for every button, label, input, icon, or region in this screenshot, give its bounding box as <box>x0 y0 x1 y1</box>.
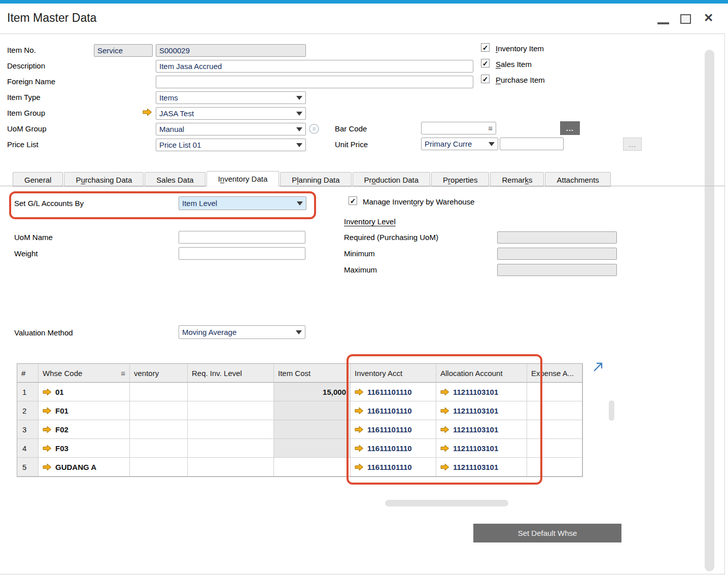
description-input[interactable]: Item Jasa Accrued <box>156 60 473 73</box>
tab-general[interactable]: General <box>13 172 63 187</box>
set-gl-accounts-select[interactable]: Item Level <box>179 196 306 210</box>
unit-price-ellipsis-button[interactable]: ... <box>623 138 642 151</box>
row-5-whse-code[interactable]: GUDANG A <box>39 458 130 476</box>
tab-planning-data[interactable]: Planning Data <box>280 172 351 187</box>
manage-inventory-checkbox[interactable]: ✓ <box>349 196 357 205</box>
tab-production-data[interactable]: Production Data <box>353 172 431 187</box>
minimize-button[interactable] <box>657 22 669 24</box>
row-4-expense-acct[interactable] <box>527 439 582 458</box>
row-5-expense-acct[interactable] <box>527 458 582 476</box>
tab-sales-data[interactable]: Sales Data <box>145 172 205 187</box>
column-header-item-cost[interactable]: Item Cost <box>274 364 351 383</box>
row-4-in-inventory[interactable] <box>130 439 188 458</box>
row-2-in-inventory[interactable] <box>130 401 188 420</box>
row-2-expense-acct[interactable] <box>527 401 582 420</box>
set-default-whse-button[interactable]: Set Default Whse <box>473 524 621 542</box>
expand-grid-icon[interactable] <box>593 361 604 372</box>
row-1-number[interactable]: 1 <box>17 383 39 401</box>
tab-inventory-data[interactable]: Inventory Data <box>206 171 280 187</box>
row-4-inventory-acct[interactable]: 11611101110 <box>351 439 436 458</box>
link-arrow-icon[interactable] <box>440 426 449 433</box>
item-group-link-arrow-icon[interactable] <box>143 108 152 116</box>
link-arrow-icon[interactable] <box>440 407 449 415</box>
foreign-name-input[interactable] <box>156 76 473 88</box>
valuation-method-select[interactable]: Moving Average <box>179 325 305 339</box>
row-2-number[interactable]: 2 <box>17 401 39 420</box>
column-header-req-inv-level[interactable]: Req. Inv. Level <box>188 364 274 383</box>
item-no-input[interactable]: S000029 <box>156 44 306 57</box>
row-3-allocation-account[interactable]: 11211103101 <box>436 420 527 439</box>
row-5-inventory-acct[interactable]: 11611101110 <box>351 458 436 476</box>
column-header-col0[interactable]: # <box>17 364 39 383</box>
bar-code-menu-icon[interactable]: ≡ <box>488 124 493 132</box>
link-arrow-icon[interactable] <box>440 445 449 452</box>
tab-remarks[interactable]: Remarks <box>490 172 544 187</box>
link-arrow-icon[interactable] <box>43 463 52 471</box>
link-arrow-icon[interactable] <box>440 463 449 471</box>
grid-vertical-scrollbar[interactable] <box>609 400 614 421</box>
row-2-item-cost[interactable] <box>274 401 351 420</box>
row-2-req-inv-level[interactable] <box>188 401 274 420</box>
row-4-number[interactable]: 4 <box>17 439 39 458</box>
row-4-allocation-account[interactable]: 11211103101 <box>436 439 527 458</box>
item-group-select[interactable]: JASA Test <box>156 107 306 120</box>
window-vertical-scrollbar[interactable] <box>705 50 714 571</box>
link-arrow-icon[interactable] <box>355 426 364 433</box>
row-3-item-cost[interactable] <box>274 420 351 439</box>
row-2-whse-code[interactable]: F01 <box>39 401 130 420</box>
row-1-whse-code[interactable]: 01 <box>39 383 130 401</box>
tab-attachments[interactable]: Attachments <box>545 172 610 187</box>
row-4-req-inv-level[interactable] <box>188 439 274 458</box>
row-4-whse-code[interactable]: F03 <box>39 439 130 458</box>
maximize-button[interactable] <box>680 14 691 24</box>
link-arrow-icon[interactable] <box>440 388 449 396</box>
link-arrow-icon[interactable] <box>43 388 52 396</box>
purchase-item-checkbox[interactable]: ✓ <box>481 75 490 83</box>
tab-properties[interactable]: Properties <box>431 172 489 187</box>
link-arrow-icon[interactable] <box>43 426 52 433</box>
bar-code-input[interactable]: ≡ <box>421 122 496 134</box>
link-arrow-icon[interactable] <box>43 407 52 415</box>
row-1-req-inv-level[interactable] <box>188 383 274 401</box>
row-3-req-inv-level[interactable] <box>188 420 274 439</box>
row-3-whse-code[interactable]: F02 <box>39 420 130 439</box>
row-1-expense-acct[interactable] <box>527 383 582 401</box>
column-header-allocation-account[interactable]: Allocation Account <box>436 364 527 383</box>
column-header-inventory-acct[interactable]: Inventory Acct <box>351 364 436 383</box>
row-1-allocation-account[interactable]: 11211103101 <box>436 383 527 401</box>
row-5-req-inv-level[interactable] <box>188 458 274 476</box>
link-arrow-icon[interactable] <box>355 388 364 396</box>
price-list-select[interactable]: Price List 01 <box>156 139 306 151</box>
row-3-expense-acct[interactable] <box>527 420 582 439</box>
row-2-inventory-acct[interactable]: 11611101110 <box>351 401 436 420</box>
row-5-item-cost[interactable] <box>274 458 351 476</box>
column-header-expense-a[interactable]: Expense A... <box>527 364 582 383</box>
column-header-whse-code[interactable]: Whse Code≡ <box>39 364 130 383</box>
unit-price-input[interactable] <box>500 138 564 150</box>
weight-input[interactable] <box>179 247 305 260</box>
row-5-in-inventory[interactable] <box>130 458 188 476</box>
item-no-type-field[interactable]: Service <box>94 44 153 57</box>
row-5-allocation-account[interactable]: 11211103101 <box>436 458 527 476</box>
column-filter-menu-icon[interactable]: ≡ <box>121 369 125 377</box>
row-4-item-cost[interactable] <box>274 439 351 458</box>
row-3-number[interactable]: 3 <box>17 420 39 439</box>
item-type-select[interactable]: Items <box>156 91 306 104</box>
column-header-ventory[interactable]: ventory <box>130 364 188 383</box>
row-2-allocation-account[interactable]: 11211103101 <box>436 401 527 420</box>
tab-purchasing-data[interactable]: Purchasing Data <box>64 172 144 187</box>
uom-group-select[interactable]: Manual <box>156 123 306 135</box>
currency-select[interactable]: Primary Curre <box>421 138 498 150</box>
row-1-in-inventory[interactable] <box>130 383 188 401</box>
sales-item-checkbox[interactable]: ✓ <box>481 59 490 67</box>
row-1-item-cost[interactable]: 15,000 <box>274 383 351 401</box>
row-3-in-inventory[interactable] <box>130 420 188 439</box>
grid-horizontal-scrollbar[interactable] <box>385 500 508 506</box>
uom-name-input[interactable] <box>179 231 305 244</box>
link-arrow-icon[interactable] <box>355 445 364 452</box>
uom-group-options-icon[interactable]: ≡ <box>309 124 319 134</box>
link-arrow-icon[interactable] <box>355 463 364 471</box>
bar-code-ellipsis-button[interactable]: ... <box>560 121 580 135</box>
row-5-number[interactable]: 5 <box>17 458 39 476</box>
inventory-item-checkbox[interactable]: ✓ <box>481 43 490 52</box>
